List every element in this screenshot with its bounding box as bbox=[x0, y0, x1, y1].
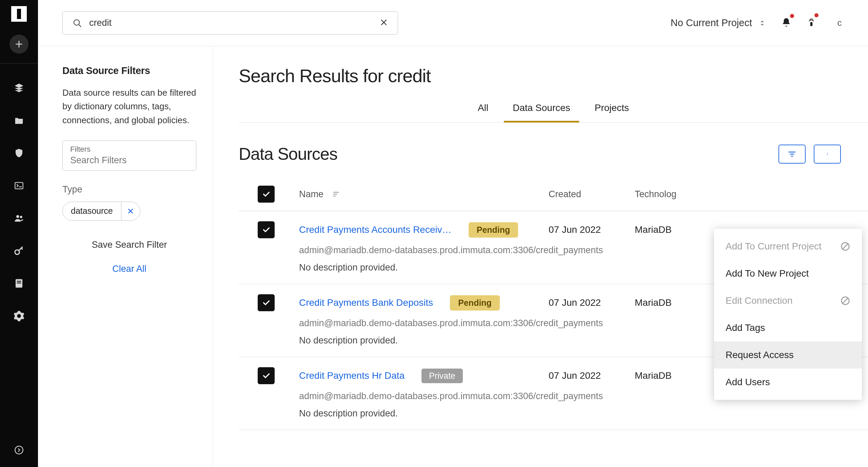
menu-item-add-to-new-project[interactable]: Add To New Project bbox=[714, 260, 862, 287]
settings-icon[interactable] bbox=[9, 306, 28, 325]
column-name[interactable]: Name bbox=[299, 189, 549, 200]
filter-search-input[interactable] bbox=[70, 155, 189, 166]
activity-button[interactable] bbox=[807, 16, 816, 30]
filter-icon bbox=[787, 150, 797, 158]
filter-search-field[interactable]: Filters bbox=[62, 141, 196, 171]
row-technology: MariaDB bbox=[635, 370, 723, 381]
select-all-checkbox[interactable] bbox=[258, 186, 275, 203]
unfold-icon bbox=[759, 18, 766, 28]
filter-chip-datasource: datasource bbox=[62, 202, 140, 221]
status-badge: Private bbox=[421, 369, 463, 383]
activity-icon bbox=[807, 16, 816, 29]
section-heading: Data Sources bbox=[239, 144, 337, 164]
row-created: 07 Jun 2022 bbox=[549, 370, 635, 381]
results-title: Search Results for credit bbox=[239, 65, 868, 86]
menu-item-label: Add Users bbox=[726, 377, 770, 388]
report-icon[interactable] bbox=[9, 274, 28, 293]
results-tabs: AllData SourcesProjects bbox=[239, 96, 868, 123]
app-logo[interactable] bbox=[11, 6, 27, 22]
search-input[interactable] bbox=[89, 18, 379, 28]
topbar: No Current Project c bbox=[38, 0, 868, 46]
menu-item-request-access[interactable]: Request Access bbox=[714, 341, 862, 369]
filter-toggle-button[interactable] bbox=[778, 145, 806, 164]
svg-rect-6 bbox=[17, 283, 21, 284]
row-checkbox[interactable] bbox=[258, 367, 275, 384]
collapse-icon[interactable] bbox=[9, 441, 28, 460]
svg-point-8 bbox=[74, 20, 79, 25]
svg-point-12 bbox=[827, 155, 828, 155]
notification-dot bbox=[790, 14, 794, 18]
project-selector-label: No Current Project bbox=[671, 17, 752, 29]
tab-data-sources[interactable]: Data Sources bbox=[511, 96, 572, 122]
layers-icon[interactable] bbox=[9, 78, 28, 97]
svg-point-10 bbox=[827, 153, 828, 154]
bulk-actions-button[interactable] bbox=[814, 145, 841, 164]
results-area: Search Results for credit AllData Source… bbox=[213, 46, 868, 467]
svg-point-1 bbox=[16, 215, 19, 218]
filters-title: Data Source Filters bbox=[62, 65, 196, 76]
svg-rect-5 bbox=[17, 281, 21, 282]
svg-rect-0 bbox=[15, 183, 23, 189]
data-source-link[interactable]: Credit Payments Bank Deposits bbox=[299, 297, 433, 308]
folder-icon[interactable] bbox=[9, 111, 28, 130]
terminal-icon[interactable] bbox=[9, 176, 28, 195]
prohibit-icon bbox=[840, 241, 850, 251]
filter-input-label: Filters bbox=[70, 145, 189, 154]
svg-point-7 bbox=[15, 446, 23, 454]
svg-point-3 bbox=[15, 250, 19, 254]
filters-description: Data source results can be filtered by d… bbox=[62, 86, 196, 127]
add-button[interactable] bbox=[9, 35, 28, 54]
activity-dot bbox=[814, 13, 818, 17]
bulk-actions-menu: Add To Current ProjectAdd To New Project… bbox=[714, 229, 862, 400]
menu-item-add-to-current-project: Add To Current Project bbox=[714, 233, 862, 260]
clear-all-button[interactable]: Clear All bbox=[112, 264, 146, 274]
tab-projects[interactable]: Projects bbox=[593, 96, 630, 122]
save-filter-button[interactable]: Save Search Filter bbox=[92, 240, 167, 250]
row-created: 07 Jun 2022 bbox=[549, 297, 635, 308]
row-technology: MariaDB bbox=[635, 224, 723, 235]
table-header: Name Created Technolog bbox=[239, 178, 868, 211]
menu-item-add-users[interactable]: Add Users bbox=[714, 369, 862, 396]
type-label: Type bbox=[62, 184, 196, 195]
chip-remove-icon[interactable] bbox=[121, 202, 140, 221]
chip-label: datasource bbox=[63, 206, 121, 216]
shield-icon[interactable] bbox=[9, 144, 28, 163]
bell-icon bbox=[781, 17, 791, 28]
menu-item-label: Add Tags bbox=[726, 322, 765, 333]
avatar-letter: c bbox=[837, 18, 842, 28]
row-technology: MariaDB bbox=[635, 297, 723, 308]
menu-item-label: Add To New Project bbox=[726, 268, 809, 279]
menu-item-add-tags[interactable]: Add Tags bbox=[714, 314, 862, 341]
menu-item-edit-connection: Edit Connection bbox=[714, 287, 862, 314]
nav-rail bbox=[0, 0, 38, 467]
svg-point-11 bbox=[827, 154, 828, 154]
people-icon[interactable] bbox=[9, 209, 28, 228]
menu-item-label: Add To Current Project bbox=[726, 241, 822, 252]
key-icon[interactable] bbox=[9, 241, 28, 260]
svg-point-2 bbox=[20, 216, 22, 218]
tab-all[interactable]: All bbox=[476, 96, 490, 122]
data-source-link[interactable]: Credit Payments Hr Data bbox=[299, 370, 405, 381]
user-avatar[interactable]: c bbox=[831, 15, 848, 31]
project-selector[interactable]: No Current Project bbox=[671, 17, 766, 29]
row-created: 07 Jun 2022 bbox=[549, 224, 635, 235]
notifications-button[interactable] bbox=[781, 17, 791, 30]
more-vert-icon bbox=[826, 149, 829, 159]
menu-item-label: Edit Connection bbox=[726, 295, 793, 306]
filters-panel: Data Source Filters Data source results … bbox=[38, 46, 213, 467]
search-icon bbox=[72, 18, 82, 28]
menu-item-label: Request Access bbox=[726, 350, 794, 360]
column-technology[interactable]: Technolog bbox=[635, 189, 723, 200]
column-created[interactable]: Created bbox=[549, 189, 635, 200]
status-badge: Pending bbox=[469, 222, 518, 238]
row-checkbox[interactable] bbox=[258, 294, 275, 311]
status-badge: Pending bbox=[450, 295, 500, 311]
search-box[interactable] bbox=[62, 12, 398, 35]
clear-search-icon[interactable] bbox=[379, 18, 388, 28]
data-source-link[interactable]: Credit Payments Accounts Receiv… bbox=[299, 224, 452, 235]
row-description: No description provided. bbox=[299, 408, 868, 419]
prohibit-icon bbox=[840, 296, 850, 306]
row-checkbox[interactable] bbox=[258, 221, 275, 238]
sort-icon bbox=[331, 190, 341, 198]
svg-rect-9 bbox=[810, 22, 813, 26]
